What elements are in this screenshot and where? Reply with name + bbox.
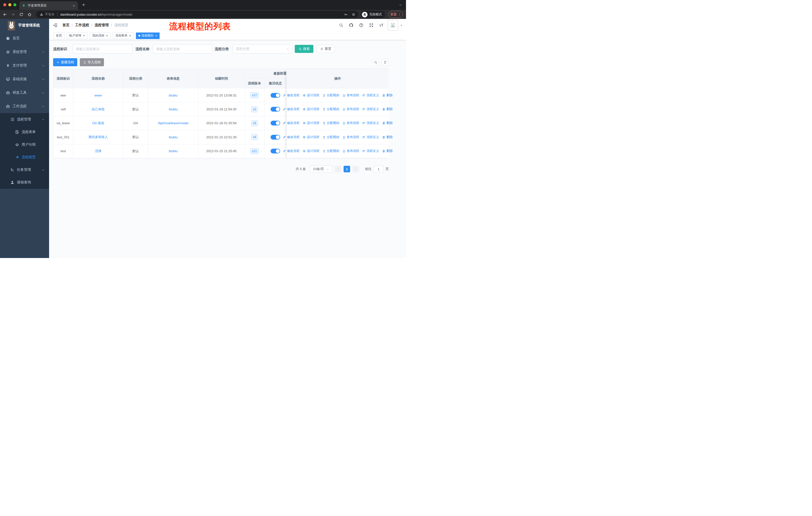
active-toggle[interactable] (270, 107, 280, 112)
action-modify-process[interactable]: 修改流程 (283, 121, 299, 125)
browser-menu-icon[interactable] (398, 13, 401, 16)
password-key-icon[interactable] (344, 12, 348, 17)
tab-search-chevron-icon[interactable] (399, 3, 402, 7)
help-icon[interactable] (359, 23, 364, 27)
active-toggle[interactable] (270, 121, 280, 126)
sidebar-collapse-icon[interactable] (53, 23, 58, 28)
import-process-button[interactable]: 导入流程 (80, 58, 104, 66)
tag-close-icon[interactable]: × (155, 34, 157, 37)
action-publish-process[interactable]: 发布流程 (342, 135, 359, 139)
sidebar-item-payment-management[interactable]: ¥支付管理 (0, 59, 49, 72)
form-info-link[interactable]: biubiu (169, 107, 178, 111)
active-toggle[interactable] (270, 135, 280, 140)
window-zoom-button[interactable] (13, 3, 17, 6)
tab-close-icon[interactable] (72, 4, 76, 7)
action-modify-process[interactable]: 修改流程 (283, 93, 299, 98)
tag-home[interactable]: 首页 (53, 32, 64, 39)
action-delete[interactable]: 删除 (382, 135, 393, 139)
action-modify-process[interactable]: 修改流程 (283, 107, 299, 111)
action-publish-process[interactable]: 发布流程 (342, 93, 359, 98)
window-minimize-button[interactable] (8, 3, 11, 6)
sidebar-item-process-management[interactable]: 流程管理 (0, 113, 49, 126)
process-name-link[interactable]: OA 请假 (92, 121, 104, 126)
not-secure-warning-icon[interactable] (40, 12, 43, 16)
prev-page-button[interactable] (335, 166, 341, 172)
action-publish-process[interactable]: 发布流程 (342, 107, 359, 111)
active-toggle[interactable] (270, 148, 280, 154)
action-design-process[interactable]: 设计流程 (302, 149, 319, 153)
tag-process-model[interactable]: 流程模型× (136, 32, 160, 39)
process-name-link[interactable]: 滔博 (95, 149, 102, 154)
active-toggle[interactable] (270, 93, 280, 98)
refresh-table-button[interactable] (381, 58, 389, 66)
action-process-definition[interactable]: 流程定义 (362, 107, 379, 111)
action-process-definition[interactable]: 流程定义 (362, 121, 379, 125)
page-number-current[interactable]: 1 (344, 166, 350, 172)
action-design-process[interactable]: 设计流程 (302, 107, 319, 111)
action-process-definition[interactable]: 流程定义 (362, 149, 379, 153)
url-bar[interactable]: 不安全 dashboard.yudao.iocoder.cn /bpm/mana… (36, 11, 358, 18)
next-page-button[interactable] (352, 166, 359, 172)
app-logo[interactable]: 芋道管理系统 (0, 19, 49, 31)
browser-tab[interactable]: 芋道管理系统 (19, 1, 78, 10)
sidebar-item-user-group[interactable]: 用户分组 (0, 138, 49, 151)
github-icon[interactable] (349, 23, 353, 27)
form-info-link[interactable]: /bpm/oa/leave/create (158, 121, 188, 125)
action-modify-process[interactable]: 修改流程 (283, 135, 299, 139)
process-name-input[interactable] (153, 44, 212, 53)
action-publish-process[interactable]: 发布流程 (342, 121, 359, 125)
process-name-link[interactable]: 自己审批 (92, 107, 105, 112)
bookmark-star-icon[interactable] (352, 12, 355, 17)
breadcrumb-home[interactable]: 首页 (62, 23, 69, 27)
sidebar-item-dev-tools[interactable]: 研发工具 (0, 86, 49, 100)
toggle-search-button[interactable] (372, 58, 379, 66)
action-design-process[interactable]: 设计流程 (302, 121, 319, 125)
new-tab-button[interactable] (82, 3, 86, 7)
update-button[interactable]: 更新 (388, 11, 403, 18)
form-info-link[interactable]: biubiu (169, 135, 178, 139)
sidebar-item-system-management[interactable]: 系统管理 (0, 45, 49, 59)
process-name-link[interactable]: 测试多审批人 (88, 135, 108, 139)
tag-tenant-management[interactable]: 租户管理× (67, 32, 88, 39)
action-assign-rule[interactable]: 分配规则 (322, 121, 339, 125)
search-button[interactable]: 搜索 (295, 45, 313, 53)
sidebar-item-home[interactable]: 首页 (0, 31, 49, 45)
sidebar-item-task-management[interactable]: 任务管理 (0, 164, 49, 176)
action-assign-rule[interactable]: 分配规则 (322, 135, 339, 139)
tag-close-icon[interactable]: × (83, 34, 85, 37)
process-name-link[interactable]: eeee (95, 93, 102, 97)
action-assign-rule[interactable]: 分配规则 (322, 149, 339, 153)
action-delete[interactable]: 删除 (382, 107, 393, 111)
forward-button[interactable] (11, 12, 15, 17)
reset-button[interactable]: 重置 (317, 45, 335, 53)
home-button[interactable] (27, 12, 32, 17)
action-delete[interactable]: 删除 (382, 121, 393, 125)
action-publish-process[interactable]: 发布流程 (342, 149, 359, 153)
tag-close-icon[interactable]: × (106, 34, 108, 37)
sidebar-item-leave-query[interactable]: 请假查询 (0, 176, 49, 189)
back-button[interactable] (3, 12, 7, 17)
tag-my-process[interactable]: 我的流程× (90, 32, 111, 39)
avatar-caret-icon[interactable] (400, 24, 403, 27)
action-process-definition[interactable]: 流程定义 (362, 135, 379, 139)
window-close-button[interactable] (3, 3, 6, 6)
reload-button[interactable] (19, 12, 23, 17)
action-process-definition[interactable]: 流程定义 (362, 93, 379, 98)
user-avatar[interactable] (388, 20, 398, 30)
action-modify-process[interactable]: 修改流程 (283, 149, 299, 153)
action-assign-rule[interactable]: 分配规则 (322, 93, 339, 98)
page-size-select[interactable]: 10条/页 (310, 166, 332, 172)
process-id-input[interactable] (72, 44, 133, 53)
breadcrumb-process-management[interactable]: 流程管理 (95, 23, 109, 27)
fullscreen-icon[interactable] (369, 23, 374, 27)
goto-page-input[interactable] (374, 166, 383, 172)
action-design-process[interactable]: 设计流程 (302, 135, 319, 139)
action-delete[interactable]: 删除 (382, 149, 393, 153)
sidebar-item-infrastructure[interactable]: 基础设施 (0, 72, 49, 86)
sidebar-item-workflow[interactable]: 工作流程 (0, 100, 49, 113)
form-info-link[interactable]: biubiu (169, 93, 178, 97)
action-design-process[interactable]: 设计流程 (302, 93, 319, 98)
sidebar-item-process-form[interactable]: 流程表单 (0, 126, 49, 138)
create-process-button[interactable]: 新建流程 (53, 58, 77, 66)
action-assign-rule[interactable]: 分配规则 (322, 107, 339, 111)
